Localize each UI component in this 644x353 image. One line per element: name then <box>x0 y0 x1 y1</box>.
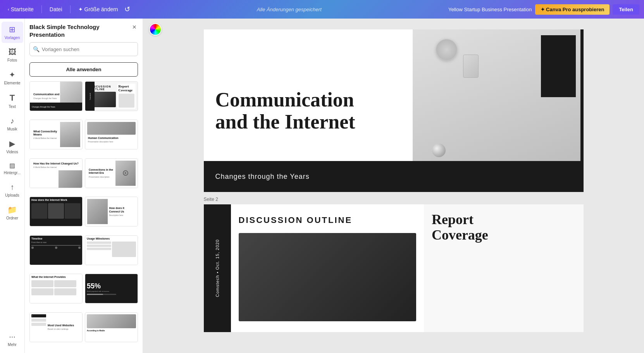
thumb1-bar-text: Changes through the Years <box>32 106 55 108</box>
nav-right-section: Yellow Startup Business Presentation ✦ C… <box>448 4 639 15</box>
slide-2[interactable]: Comstech • Oct. 15, 2020 DISCUSSION OUTL… <box>204 204 584 332</box>
thumb11-box1 <box>31 280 53 287</box>
thumb12-stat: 55% <box>87 283 101 290</box>
sidebar-item-uploads[interactable]: ↑ Uploads <box>2 180 23 200</box>
undo-button[interactable]: ↺ <box>124 5 130 14</box>
slide-2-right-title: Report Coverage <box>432 212 576 243</box>
template-thumb-3[interactable]: What Connectivity Means A World Before t… <box>29 120 83 149</box>
color-picker-button[interactable] <box>149 23 162 36</box>
home-button[interactable]: ‹ Startseite <box>5 5 37 14</box>
musik-label: Musik <box>7 127 17 131</box>
text-label: Text <box>9 105 15 109</box>
thumb4-text: Human Communication Presentation descrip… <box>87 136 136 144</box>
mehr-label: Mehr <box>8 343 17 347</box>
thumb8-image <box>87 199 108 224</box>
thumb8-sub: Description here <box>109 214 134 216</box>
template-thumb-11[interactable]: What the Internet Provides <box>29 274 83 303</box>
resize-button[interactable]: ✦ Größe ändern <box>75 5 121 14</box>
slide-1-sphere <box>432 144 446 157</box>
close-icon: × <box>132 23 136 31</box>
template-thumb-8[interactable]: How does it Connect Us Description here <box>85 197 138 226</box>
top-navigation: ‹ Startseite Datei ✦ Größe ändern ↺ Alle… <box>0 0 644 19</box>
template-thumb-4[interactable]: Human Communication Presentation descrip… <box>85 120 138 149</box>
crown-icon: ✦ <box>78 6 83 12</box>
text-icon: T <box>10 93 15 103</box>
slide-1-title-line1: Communication <box>215 89 354 111</box>
sidebar-item-musik[interactable]: ♪ Musik <box>2 113 23 134</box>
sidebar-item-text[interactable]: T Text <box>2 90 23 112</box>
template-thumb-5[interactable]: How Has the Internet Changed Us? A World… <box>29 158 83 188</box>
more-icon: ··· <box>9 332 15 341</box>
template-thumb-9[interactable]: Timeline From then to now <box>29 235 83 265</box>
sidebar-item-elemente[interactable]: ✦ Elemente <box>2 67 23 88</box>
apply-all-button[interactable]: Alle anwenden <box>29 62 138 77</box>
sidebar-item-hintergrund[interactable]: ▨ Hintergr... <box>2 159 23 178</box>
templates-icon: ⊞ <box>9 25 15 34</box>
slide-2-title: DISCUSSION OUTLINE <box>239 215 416 225</box>
thumb7-col1 <box>31 203 47 219</box>
thumb1-bar: Changes through the Years <box>30 103 82 111</box>
template-grid: Communication and the Internet Changes t… <box>25 80 143 353</box>
sidebar-item-ordner[interactable]: 📁 Ordner <box>2 202 23 223</box>
slide-1-bar: Changes through the Years <box>204 161 462 192</box>
thumb8-title: How does it Connect Us <box>109 207 134 213</box>
thumb13-title: Most Used Websites <box>48 324 80 327</box>
thumb4-image <box>87 122 136 135</box>
thumb7-col3 <box>65 203 81 219</box>
slide-2-photo <box>239 233 416 321</box>
sidebar-item-vorlagen[interactable]: ⊞ Vorlagen <box>2 22 23 43</box>
template-thumb-13[interactable]: ● Most Used Websites Based on alien rank… <box>29 312 83 342</box>
hintergrund-label: Hintergr... <box>4 171 21 175</box>
slide-1-monitor <box>541 35 576 97</box>
template-panel: Black Simple Technology Presentation × 🔍… <box>25 19 143 353</box>
share-label: Teilen <box>619 7 633 12</box>
slide-2-right-title-line1: Report <box>432 212 474 227</box>
thumb10-bar2 <box>87 245 111 247</box>
pro-btn-label: ✦ Canva Pro ausprobieren <box>541 7 604 12</box>
page-2-label: Seite 2 <box>204 197 584 202</box>
canvas-toolbar <box>149 23 162 36</box>
slide-2-right-title-line2: Coverage <box>432 227 488 243</box>
templates-label: Vorlagen <box>5 36 20 40</box>
thumb10-title: Usage Milestones <box>87 237 136 240</box>
template-thumb-6[interactable]: Connections in the Internet Era Presenta… <box>85 158 138 188</box>
thumb10-bar1 <box>87 242 111 244</box>
thumb6-title: Connections in the Internet Era <box>89 168 114 175</box>
nav-divider-1 <box>41 5 42 13</box>
slide-1-bar-text: Changes through the Years <box>215 173 310 181</box>
search-box[interactable]: 🔍 <box>29 42 138 56</box>
uploads-label: Uploads <box>5 193 19 197</box>
slide-1[interactable]: Communication and the Internet <box>204 29 584 192</box>
file-button[interactable]: Datei <box>46 5 65 14</box>
slide-1-content: Communication and the Internet <box>204 29 584 192</box>
close-panel-button[interactable]: × <box>131 23 138 31</box>
thumb11-box4 <box>54 288 76 295</box>
thumb7-col2 <box>48 203 64 219</box>
thumb5-title: How Has the Internet Changed Us? <box>33 162 79 165</box>
canva-pro-button[interactable]: ✦ Canva Pro ausprobieren <box>535 4 610 15</box>
thumb3-title: What Connectivity Means <box>33 130 59 137</box>
template-thumb-1[interactable]: Communication and the Internet Changes t… <box>29 81 83 111</box>
nav-divider-2 <box>70 5 71 13</box>
search-input[interactable] <box>42 46 134 52</box>
search-icon: 🔍 <box>33 46 40 52</box>
sidebar-item-mehr[interactable]: ··· Mehr <box>2 329 23 350</box>
thumb11-box2 <box>54 280 76 287</box>
apply-all-label: Alle anwenden <box>66 67 101 72</box>
thumb7-title: How does the Internet Work <box>31 199 81 202</box>
template-thumb-7[interactable]: How does the Internet Work <box>29 197 83 226</box>
thumb11-title: What the Internet Provides <box>31 276 81 279</box>
template-thumb-12[interactable]: 55% World populated with net access <box>85 274 138 303</box>
sidebar-item-fotos[interactable]: 🖼 Fotos <box>2 45 23 65</box>
slide-1-pencil-cup <box>463 55 479 78</box>
ordner-label: Ordner <box>6 216 18 220</box>
thumb9-dot2 <box>55 247 57 249</box>
share-button[interactable]: Teilen <box>613 4 639 15</box>
template-thumb-10[interactable]: Usage Milestones <box>85 235 138 265</box>
slide-1-title-line2: and the Internet <box>215 111 355 133</box>
sidebar-item-videos[interactable]: ▶ Videos <box>2 136 23 157</box>
slide-2-sidebar-text: Comstech • Oct. 15, 2020 <box>215 239 220 297</box>
videos-label: Videos <box>6 150 18 154</box>
template-thumb-2[interactable]: Comstech DISCUSSION OUTLINE Report Cover… <box>85 81 138 111</box>
template-thumb-14[interactable]: According to Medin <box>85 312 138 342</box>
